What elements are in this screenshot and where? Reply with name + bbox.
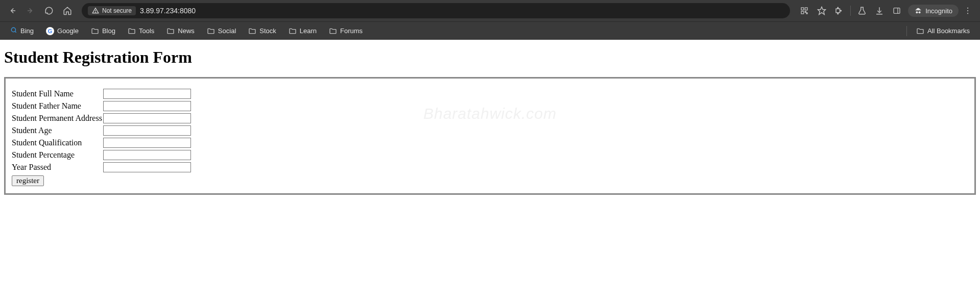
form-row: Student Father Name [12, 100, 191, 112]
bookmark-blog[interactable]: Blog [86, 25, 121, 37]
bookmark-social[interactable]: Social [202, 25, 241, 37]
svg-point-3 [95, 12, 96, 13]
folder-icon [916, 27, 924, 35]
reload-button[interactable] [41, 3, 57, 19]
home-button[interactable] [59, 3, 76, 19]
qr-button[interactable] [796, 3, 812, 19]
puzzle-icon [834, 6, 844, 15]
form-row: Student Percentage [12, 149, 191, 161]
bookmark-label: Social [218, 27, 236, 35]
dots-vertical-icon [963, 6, 972, 15]
url-text: 3.89.97.234:8080 [140, 7, 196, 15]
full-name-input[interactable] [103, 89, 191, 99]
folder-icon [329, 27, 337, 35]
bookmark-label: Tools [139, 27, 154, 35]
svg-rect-4 [801, 8, 804, 10]
register-button[interactable]: register [12, 175, 44, 186]
bookmark-news[interactable]: News [161, 25, 200, 37]
reload-icon [44, 6, 54, 15]
extensions-button[interactable] [831, 3, 847, 19]
folder-icon [207, 27, 215, 35]
bookmark-button[interactable] [814, 3, 830, 19]
year-passed-input[interactable] [103, 162, 191, 172]
svg-point-14 [967, 8, 968, 9]
browser-toolbar: Not secure 3.89.97.234:8080 Incognito [0, 0, 980, 21]
form-table: Student Full Name Student Father Name St… [12, 88, 191, 173]
svg-point-15 [967, 10, 968, 11]
bookmark-stock[interactable]: Stock [243, 25, 281, 37]
arrow-right-icon [26, 6, 35, 15]
bing-icon [10, 27, 17, 35]
panel-icon [893, 7, 901, 15]
field-label: Student Father Name [12, 100, 103, 112]
back-button[interactable] [4, 3, 20, 19]
incognito-label: Incognito [925, 7, 952, 15]
qualification-input[interactable] [103, 138, 191, 148]
page-content: Student Registration Form Student Full N… [0, 40, 980, 203]
form-row: Student Full Name [12, 88, 191, 100]
form-row: Year Passed [12, 161, 191, 173]
bookmark-label: Bing [20, 27, 34, 35]
bookmarks-right: All Bookmarks [902, 25, 975, 37]
svg-rect-7 [805, 11, 806, 12]
folder-icon [91, 27, 99, 35]
svg-rect-8 [806, 13, 807, 14]
folder-icon [128, 27, 136, 35]
bookmark-label: Google [57, 27, 79, 35]
field-label: Student Qualification [12, 137, 103, 149]
percentage-input[interactable] [103, 150, 191, 160]
menu-button[interactable] [960, 3, 976, 19]
svg-marker-9 [818, 7, 826, 15]
svg-rect-12 [894, 8, 900, 14]
downloads-button[interactable] [871, 3, 888, 19]
panel-button[interactable] [889, 3, 905, 19]
svg-line-18 [15, 31, 16, 32]
forward-button[interactable] [22, 3, 39, 19]
folder-icon [289, 27, 297, 35]
bookmark-forums[interactable]: Forums [324, 25, 368, 37]
toolbar-right: Incognito [796, 3, 976, 19]
security-label: Not secure [102, 7, 132, 14]
bookmark-label: Blog [102, 27, 115, 35]
bookmark-label: Learn [300, 27, 317, 35]
arrow-left-icon [8, 6, 17, 15]
folder-icon [248, 27, 256, 35]
svg-point-17 [11, 28, 15, 32]
bookmarks-divider [906, 26, 907, 36]
download-icon [875, 6, 884, 15]
form-row: Student Permanent Address [12, 112, 191, 124]
warning-icon [92, 7, 99, 14]
bookmark-learn[interactable]: Learn [283, 25, 322, 37]
google-icon: G [46, 27, 54, 35]
page-title: Student Registration Form [4, 48, 976, 67]
field-label: Student Full Name [12, 88, 103, 100]
folder-icon [166, 27, 175, 35]
form-row: Student Qualification [12, 137, 191, 149]
father-name-input[interactable] [103, 101, 191, 111]
all-bookmarks-button[interactable]: All Bookmarks [911, 25, 975, 37]
registration-form: Student Full Name Student Father Name St… [4, 77, 976, 195]
bookmark-label: Stock [259, 27, 276, 35]
security-indicator[interactable]: Not secure [88, 6, 136, 15]
bookmark-label: Forums [340, 27, 363, 35]
svg-rect-6 [801, 11, 804, 14]
star-icon [817, 6, 826, 15]
bookmark-bing[interactable]: Bing [5, 24, 39, 37]
incognito-badge[interactable]: Incognito [908, 5, 959, 17]
field-label: Student Age [12, 124, 103, 137]
bookmark-tools[interactable]: Tools [123, 25, 159, 37]
form-row: Student Age [12, 124, 191, 137]
flask-icon [857, 6, 867, 15]
bookmarks-bar: Bing G Google Blog Tools News Social Sto… [0, 21, 980, 40]
address-input[interactable] [103, 113, 191, 123]
field-label: Year Passed [12, 161, 103, 173]
labs-button[interactable] [854, 3, 870, 19]
bookmark-google[interactable]: G Google [41, 25, 84, 37]
svg-rect-5 [805, 8, 808, 10]
field-label: Student Permanent Address [12, 112, 103, 124]
home-icon [63, 6, 72, 15]
address-bar[interactable]: Not secure 3.89.97.234:8080 [82, 3, 790, 18]
all-bookmarks-label: All Bookmarks [927, 27, 970, 35]
toolbar-divider [850, 6, 851, 16]
age-input[interactable] [103, 125, 191, 136]
